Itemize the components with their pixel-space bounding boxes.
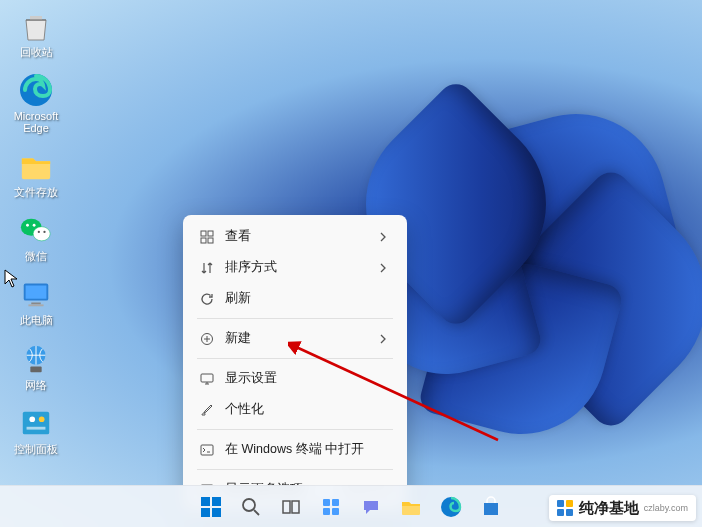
svg-rect-17 <box>201 231 206 236</box>
svg-rect-33 <box>323 499 330 506</box>
svg-point-15 <box>39 416 45 422</box>
menu-separator <box>197 358 393 359</box>
svg-point-5 <box>38 231 40 233</box>
folder-icon <box>400 496 422 518</box>
icon-label: 此电脑 <box>20 314 53 326</box>
chat-icon <box>361 497 381 517</box>
svg-point-2 <box>33 227 50 241</box>
svg-rect-16 <box>27 426 46 429</box>
svg-rect-22 <box>201 374 213 382</box>
recycle-bin-icon <box>18 8 54 44</box>
taskbar-store-button[interactable] <box>473 489 509 525</box>
taskbar-widgets-button[interactable] <box>313 489 349 525</box>
icon-label: 微信 <box>25 250 47 262</box>
chevron-right-icon <box>375 331 391 347</box>
svg-rect-31 <box>283 501 290 513</box>
icon-label: 回收站 <box>20 46 53 58</box>
taskbar-chat-button[interactable] <box>353 489 389 525</box>
menu-item-sort[interactable]: 排序方式 <box>189 252 401 283</box>
plus-circle-icon <box>199 331 215 347</box>
desktop-icon-control-panel[interactable]: 控制面板 <box>8 405 64 455</box>
menu-label: 刷新 <box>225 290 391 307</box>
svg-rect-40 <box>557 509 564 516</box>
this-pc-icon <box>18 276 54 312</box>
edge-icon <box>440 496 462 518</box>
refresh-icon <box>199 291 215 307</box>
icon-label: 网络 <box>25 379 47 391</box>
watermark-sub: czlaby.com <box>644 503 688 513</box>
menu-item-display-settings[interactable]: 显示设置 <box>189 363 401 394</box>
taskbar-start-button[interactable] <box>193 489 229 525</box>
svg-rect-35 <box>323 508 330 515</box>
icon-label: Microsoft Edge <box>14 110 59 134</box>
svg-rect-18 <box>208 231 213 236</box>
terminal-icon <box>199 442 215 458</box>
widgets-icon <box>321 497 341 517</box>
menu-item-new[interactable]: 新建 <box>189 323 401 354</box>
control-panel-icon <box>18 405 54 441</box>
menu-label: 新建 <box>225 330 365 347</box>
taskbar-edge-button[interactable] <box>433 489 469 525</box>
desktop[interactable]: 回收站 Microsoft Edge 文件存放 微信 此电脑 <box>0 0 702 527</box>
windows-icon <box>200 496 222 518</box>
desktop-icons: 回收站 Microsoft Edge 文件存放 微信 此电脑 <box>8 8 64 455</box>
svg-rect-10 <box>28 305 43 307</box>
svg-rect-12 <box>30 366 41 372</box>
icon-label: 文件存放 <box>14 186 58 198</box>
svg-point-6 <box>43 231 45 233</box>
svg-rect-41 <box>566 509 573 516</box>
network-icon <box>18 341 54 377</box>
chevron-right-icon <box>375 229 391 245</box>
menu-label: 查看 <box>225 228 365 245</box>
svg-rect-28 <box>201 508 210 517</box>
display-icon <box>199 371 215 387</box>
menu-item-refresh[interactable]: 刷新 <box>189 283 401 314</box>
svg-point-14 <box>29 416 35 422</box>
svg-rect-26 <box>201 497 210 506</box>
taskview-icon <box>281 497 301 517</box>
desktop-icon-edge[interactable]: Microsoft Edge <box>8 72 64 134</box>
menu-item-open-terminal[interactable]: 在 Windows 终端 中打开 <box>189 434 401 465</box>
desktop-icon-wechat[interactable]: 微信 <box>8 212 64 262</box>
svg-rect-8 <box>26 286 47 299</box>
svg-point-3 <box>26 224 29 227</box>
folder-icon <box>18 148 54 184</box>
taskbar-taskview-button[interactable] <box>273 489 309 525</box>
taskbar-search-button[interactable] <box>233 489 269 525</box>
svg-rect-27 <box>212 497 221 506</box>
search-icon <box>241 497 261 517</box>
svg-rect-39 <box>566 500 573 507</box>
svg-rect-34 <box>332 499 339 506</box>
svg-rect-38 <box>557 500 564 507</box>
svg-rect-36 <box>332 508 339 515</box>
menu-label: 显示设置 <box>225 370 391 387</box>
desktop-icon-recycle-bin[interactable]: 回收站 <box>8 8 64 58</box>
desktop-icon-folder[interactable]: 文件存放 <box>8 148 64 198</box>
desktop-icon-this-pc[interactable]: 此电脑 <box>8 276 64 326</box>
taskbar-explorer-button[interactable] <box>393 489 429 525</box>
watermark-logo-icon <box>555 498 575 518</box>
edge-icon <box>18 72 54 108</box>
menu-separator <box>197 318 393 319</box>
menu-label: 排序方式 <box>225 259 365 276</box>
sort-icon <box>199 260 215 276</box>
svg-rect-23 <box>201 445 213 455</box>
grid-icon <box>199 229 215 245</box>
svg-rect-9 <box>31 303 40 305</box>
desktop-icon-network[interactable]: 网络 <box>8 341 64 391</box>
menu-label: 个性化 <box>225 401 391 418</box>
svg-rect-13 <box>23 411 49 434</box>
svg-rect-29 <box>212 508 221 517</box>
svg-rect-32 <box>292 501 299 513</box>
svg-point-4 <box>33 224 36 227</box>
store-icon <box>480 496 502 518</box>
menu-item-view[interactable]: 查看 <box>189 221 401 252</box>
menu-separator <box>197 429 393 430</box>
watermark-text: 纯净基地 <box>579 499 639 518</box>
brush-icon <box>199 402 215 418</box>
menu-separator <box>197 469 393 470</box>
watermark: 纯净基地 czlaby.com <box>549 495 696 521</box>
chevron-right-icon <box>375 260 391 276</box>
menu-label: 在 Windows 终端 中打开 <box>225 441 391 458</box>
menu-item-personalize[interactable]: 个性化 <box>189 394 401 425</box>
